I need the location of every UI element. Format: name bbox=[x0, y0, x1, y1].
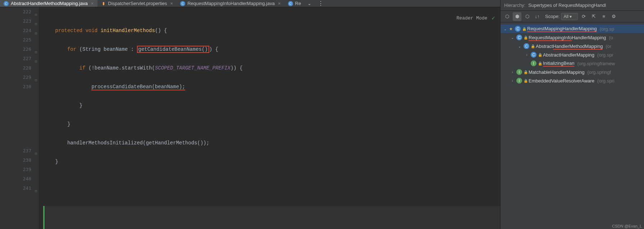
fold-icon[interactable]: ⊟ bbox=[33, 149, 37, 153]
tab-overflow-chevron[interactable]: ⌄ bbox=[305, 1, 314, 6]
javadoc-block: Determine the names of candidate beans i… bbox=[43, 206, 500, 229]
tree-node[interactable]: › I 🔒 MatchableHandlerMapping (org.sprin… bbox=[501, 68, 644, 76]
expand-icon[interactable]: ⌄ bbox=[517, 44, 522, 48]
close-icon[interactable]: × bbox=[91, 1, 94, 6]
hierarchy-header: Hierarchy: Supertypes of RequestMappingH… bbox=[501, 0, 644, 11]
tab-label: RequestMappingInfoHandlerMapping.java bbox=[187, 1, 275, 6]
hierarchy-toolbar: ⬡ ⬢ ⬡ ↓↑ Scope: All ▾ ⟳ ⇱ ≡ ⚙ bbox=[501, 11, 644, 22]
lock-icon: 🔒 bbox=[538, 53, 542, 57]
fold-icon[interactable]: ⊟ bbox=[33, 29, 37, 32]
class-hierarchy-icon[interactable]: ⬡ bbox=[503, 12, 511, 21]
supertypes-hierarchy-icon[interactable]: ⬢ bbox=[513, 12, 521, 21]
line-number: 226 bbox=[23, 45, 31, 54]
lock-icon: 🔒 bbox=[524, 36, 527, 40]
editor-section: C AbstractHandlerMethodMapping.java × ▮ … bbox=[0, 0, 500, 229]
hierarchy-label: Hierarchy: bbox=[504, 3, 525, 8]
line-number: 238 bbox=[23, 156, 31, 165]
expand-icon[interactable]: ⌄ bbox=[510, 36, 515, 40]
fold-icon[interactable]: ⊟ bbox=[33, 76, 37, 79]
line-number: 237 bbox=[23, 146, 31, 156]
tab-label: Re bbox=[295, 1, 301, 6]
class-icon: C bbox=[515, 26, 521, 32]
lock-icon: 🔒 bbox=[538, 62, 542, 66]
tab-dispatcher-properties[interactable]: ▮ DispatcherServlet.properties × bbox=[97, 0, 177, 7]
pin-icon[interactable]: ⇱ bbox=[589, 12, 598, 21]
interface-icon: I bbox=[516, 78, 522, 84]
sort-icon[interactable]: ↓↑ bbox=[533, 12, 542, 21]
expand-icon[interactable]: › bbox=[510, 70, 515, 74]
java-icon: C bbox=[180, 1, 185, 6]
lock-icon: 🔒 bbox=[524, 70, 527, 74]
fold-icon[interactable]: ⊟ bbox=[33, 10, 37, 14]
editor-body: 222⊟ 223⊟ 224⊟ 225 226⊟ 227⊟ 228 229⊟ 23… bbox=[0, 7, 500, 229]
more-icon[interactable]: ⋮ bbox=[314, 0, 327, 7]
tab-request-mapping-info[interactable]: C RequestMappingInfoHandlerMapping.java … bbox=[177, 0, 284, 7]
tab-abstract-handler[interactable]: C AbstractHandlerMethodMapping.java × bbox=[0, 0, 97, 7]
scope-label: Scope: bbox=[545, 14, 559, 19]
subtypes-hierarchy-icon[interactable]: ⬡ bbox=[523, 12, 531, 21]
check-icon: ✓ bbox=[492, 14, 495, 23]
line-number: 230 bbox=[23, 82, 31, 91]
line-gutter: 222⊟ 223⊟ 224⊟ 225 226⊟ 227⊟ 228 229⊟ 23… bbox=[0, 7, 40, 229]
highlighted-call: processCandidateBean(beanName); bbox=[91, 84, 185, 90]
line-number: 225 bbox=[23, 35, 31, 45]
watermark: CSDN @Evan_L bbox=[612, 224, 642, 228]
fold-icon[interactable]: ⊟ bbox=[33, 57, 37, 60]
expand-all-icon[interactable]: ≡ bbox=[599, 12, 608, 21]
fold-icon[interactable]: ⊟ bbox=[33, 19, 37, 23]
line-number: 228 bbox=[23, 63, 31, 73]
class-icon: C bbox=[531, 52, 536, 58]
line-number: 240 bbox=[23, 174, 31, 184]
close-icon[interactable]: × bbox=[170, 1, 173, 6]
line-number: 229 bbox=[23, 73, 31, 82]
expand-icon[interactable]: › bbox=[510, 79, 515, 83]
java-icon: C bbox=[288, 1, 293, 6]
expand-icon[interactable]: › bbox=[524, 53, 529, 57]
tree-node[interactable]: ⌄ C 🔒 AbstractHandlerMethodMapping (or bbox=[501, 42, 644, 50]
reader-mode-toggle[interactable]: Reader Mode ✓ bbox=[457, 14, 495, 23]
line-number: 222 bbox=[23, 7, 31, 17]
tree-node[interactable]: › I 🔒 EmbeddedValueResolverAware (org.sp… bbox=[501, 76, 644, 85]
lock-icon: 🔒 bbox=[531, 44, 534, 48]
tree-node[interactable]: ⌄ C 🔒 RequestMappingInfoHandlerMapping (… bbox=[501, 33, 644, 42]
tree-node[interactable]: › C 🔒 AbstractHandlerMapping (org.spr bbox=[501, 50, 644, 59]
line-number: 224 bbox=[23, 26, 31, 35]
tab-truncated[interactable]: C Re bbox=[284, 0, 305, 7]
line-number: 239 bbox=[23, 165, 31, 174]
settings-icon[interactable]: ⚙ bbox=[609, 12, 618, 21]
refresh-icon[interactable]: ⟳ bbox=[579, 12, 588, 21]
expand-icon[interactable]: ⌄ bbox=[503, 27, 508, 31]
interface-icon: I bbox=[531, 60, 536, 66]
bookmark-icon: ★ bbox=[509, 27, 513, 31]
class-icon: C bbox=[524, 43, 529, 49]
fold-icon[interactable]: ⊟ bbox=[33, 48, 37, 51]
lock-icon: 🔒 bbox=[524, 79, 527, 83]
line-number: 227 bbox=[23, 54, 31, 63]
tab-label: AbstractHandlerMethodMapping.java bbox=[11, 1, 88, 6]
interface-icon: I bbox=[516, 69, 522, 75]
java-icon: C bbox=[4, 1, 9, 6]
code-area[interactable]: Reader Mode ✓ protected void initHandler… bbox=[40, 7, 500, 229]
properties-icon: ▮ bbox=[101, 1, 106, 6]
highlighted-call: getCandidateBeanNames() bbox=[137, 46, 209, 53]
hierarchy-title: Supertypes of RequestMappingHandl bbox=[528, 3, 606, 8]
editor-tabs: C AbstractHandlerMethodMapping.java × ▮ … bbox=[0, 0, 500, 7]
fold-icon[interactable]: ⊟ bbox=[33, 187, 37, 190]
tab-label: DispatcherServlet.properties bbox=[108, 1, 167, 6]
line-number: 241 bbox=[23, 184, 31, 193]
class-icon: C bbox=[516, 35, 522, 40]
tree-node-root[interactable]: ⌄ ★ C 🔒 RequestMappingHandlerMapping (or… bbox=[501, 24, 644, 33]
hierarchy-panel: Hierarchy: Supertypes of RequestMappingH… bbox=[500, 0, 644, 229]
line-number: 223 bbox=[23, 17, 31, 26]
hierarchy-tree: ⌄ ★ C 🔒 RequestMappingHandlerMapping (or… bbox=[501, 22, 644, 229]
close-icon[interactable]: × bbox=[278, 1, 281, 6]
tree-node[interactable]: I 🔒 InitializingBean (org.springframew bbox=[501, 59, 644, 68]
scope-selector[interactable]: All ▾ bbox=[561, 13, 578, 20]
lock-icon: 🔒 bbox=[522, 27, 526, 31]
